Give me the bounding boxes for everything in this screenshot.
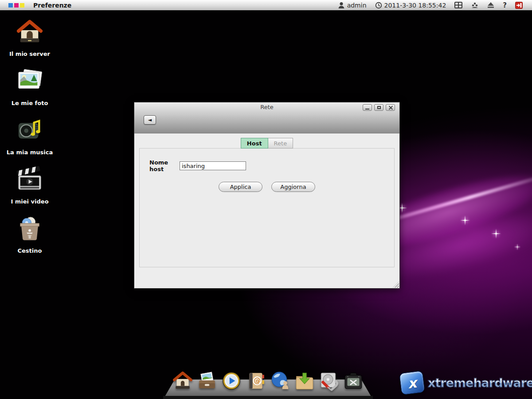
help-icon[interactable]: ? <box>503 1 507 9</box>
hostname-input[interactable] <box>180 161 246 170</box>
logo-square-blue <box>8 3 13 8</box>
window-header[interactable]: Rete ◄ <box>134 102 399 133</box>
address-book-icon[interactable]: @ <box>246 371 266 393</box>
system-logo <box>8 3 24 8</box>
sparkle <box>401 207 403 209</box>
clock-indicator: 2011-3-30 18:55:42 <box>375 2 446 9</box>
window-body: Host Rete Nome host Applica Aggiorna <box>134 133 399 288</box>
desktop-item-trash[interactable]: Cestino <box>7 215 52 254</box>
close-button[interactable] <box>386 104 395 111</box>
desktop-item-my-music[interactable]: La mia musica <box>7 116 52 156</box>
resize-grip[interactable] <box>393 282 399 288</box>
desktop-item-label: Il mio server <box>9 51 50 57</box>
music-icon <box>16 116 43 145</box>
host-settings-panel: Nome host Applica Aggiorna <box>139 148 395 267</box>
photo-box-icon[interactable] <box>197 371 217 393</box>
back-arrow-icon: ◄ <box>148 117 152 123</box>
tab-bar: Host Rete <box>134 138 399 149</box>
tab-rete[interactable]: Rete <box>268 138 293 149</box>
minimize-button[interactable] <box>363 104 372 111</box>
apply-button[interactable]: Applica <box>219 182 262 192</box>
desktop-item-my-server[interactable]: Il mio server <box>7 18 52 57</box>
desktop-item-my-videos[interactable]: I miei video <box>7 165 52 205</box>
network-globe-icon[interactable] <box>270 371 290 393</box>
action-buttons: Applica Aggiorna <box>140 182 394 192</box>
download-folder-icon[interactable] <box>294 371 315 393</box>
watermark-text: xtremehardware.it <box>428 376 532 390</box>
screen: Preferenze admin 2011-3-30 18:55:42 <box>0 0 532 399</box>
desktop-item-label: La mia musica <box>7 149 53 156</box>
photos-icon <box>16 67 43 96</box>
refresh-button[interactable]: Aggiorna <box>271 182 315 192</box>
user-icon <box>338 2 345 9</box>
desktop-icon-list: Il mio server Le mie foto <box>7 18 52 254</box>
back-button[interactable]: ◄ <box>144 115 156 125</box>
background-tasks-icon[interactable] <box>471 2 479 8</box>
desktop-item-label: Le mie foto <box>12 100 48 106</box>
logo-square-yellow <box>20 3 24 8</box>
user-indicator[interactable]: admin <box>338 2 367 9</box>
toolbox-icon[interactable] <box>343 371 364 393</box>
sparkle <box>464 219 466 221</box>
menubar-title[interactable]: Preferenze <box>33 2 71 9</box>
datetime-text: 2011-3-30 18:55:42 <box>384 2 446 9</box>
window-switcher-icon[interactable] <box>454 2 462 8</box>
tab-host[interactable]: Host <box>241 138 268 149</box>
sparkle <box>517 246 518 248</box>
sparkle <box>495 233 497 235</box>
xtremehardware-watermark: x xtremehardware.it <box>400 372 532 394</box>
home-icon[interactable] <box>172 371 193 393</box>
dock: @ <box>165 371 371 393</box>
user-name: admin <box>347 2 367 9</box>
tab-host-label: Host <box>247 140 262 147</box>
maximize-icon <box>377 106 381 109</box>
hostname-label: Nome host <box>149 159 180 172</box>
minimize-icon <box>365 109 369 110</box>
hostname-row: Nome host <box>149 159 394 172</box>
logout-icon[interactable] <box>515 2 523 9</box>
media-player-icon[interactable] <box>221 371 242 393</box>
badge-letter: x <box>407 374 417 391</box>
tab-rete-label: Rete <box>274 140 287 147</box>
logo-square-pink <box>14 3 19 8</box>
rete-window: Rete ◄ Host Rete Nome host <box>134 102 400 289</box>
home-icon <box>16 18 43 47</box>
desktop-item-label: Cestino <box>18 247 42 254</box>
videos-icon <box>16 165 43 195</box>
disk-utility-icon[interactable] <box>319 371 339 393</box>
eject-icon[interactable] <box>487 2 494 8</box>
maximize-button[interactable] <box>374 104 383 111</box>
clock-icon <box>375 2 382 9</box>
dock-platform-shadow <box>163 396 373 399</box>
xtremehardware-badge-icon: x <box>399 371 425 395</box>
window-title: Rete <box>134 102 399 112</box>
menu-bar: Preferenze admin 2011-3-30 18:55:42 <box>0 0 532 11</box>
window-controls <box>363 104 395 111</box>
desktop-item-label: I miei video <box>11 198 48 205</box>
trash-icon <box>16 215 43 244</box>
desktop-item-my-photos[interactable]: Le mie foto <box>7 67 52 106</box>
svg-text:@: @ <box>254 376 261 385</box>
